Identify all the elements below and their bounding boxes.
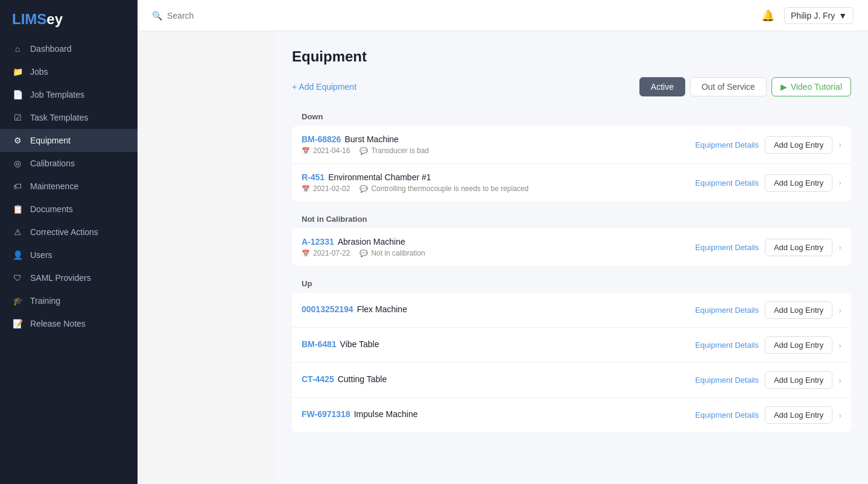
add-log-entry-button[interactable]: Add Log Entry bbox=[765, 336, 832, 354]
calendar-icon: 📅 bbox=[302, 147, 310, 155]
equipment-name-row: BM-6481 Vibe Table bbox=[302, 339, 695, 349]
chevron-right-icon: › bbox=[838, 242, 841, 252]
add-log-entry-button[interactable]: Add Log Entry bbox=[765, 406, 832, 424]
calendar-icon: 📅 bbox=[302, 250, 310, 257]
comment-icon: 💬 bbox=[360, 147, 368, 155]
equipment-id[interactable]: 00013252194 bbox=[302, 304, 353, 314]
add-log-entry-button[interactable]: Add Log Entry bbox=[765, 136, 832, 154]
app-logo: LIMSey bbox=[0, 0, 138, 37]
logo-lims: LIMS bbox=[12, 11, 46, 27]
equipment-id[interactable]: CT-4425 bbox=[302, 374, 334, 384]
add-log-entry-button[interactable]: Add Log Entry bbox=[765, 371, 832, 389]
equipment-info: R-451 Environmental Chamber #1 📅 2021-02… bbox=[302, 172, 695, 193]
equipment-id[interactable]: R-451 bbox=[302, 172, 325, 182]
equipment-note: 💬 Not in calibration bbox=[360, 249, 425, 257]
table-row: BM-68826 Burst Machine 📅 2021-04-16 💬 Tr… bbox=[292, 126, 851, 164]
sidebar-item-users[interactable]: 👤 Users bbox=[0, 244, 138, 266]
table-row: A-12331 Abrasion Machine 📅 2021-07-22 💬 … bbox=[292, 228, 851, 266]
main-content: Equipment + Add Equipment ActiveOut of S… bbox=[275, 31, 868, 484]
tab-active[interactable]: Active bbox=[639, 77, 685, 96]
sidebar-item-label: SAML Providers bbox=[30, 273, 91, 283]
sidebar-item-maintenance[interactable]: 🏷 Maintenence bbox=[0, 175, 138, 198]
release-notes-icon: 📝 bbox=[12, 318, 23, 329]
add-log-entry-button[interactable]: Add Log Entry bbox=[765, 301, 832, 319]
jobs-icon: 📁 bbox=[12, 66, 23, 77]
section-label-up: Up bbox=[292, 273, 851, 293]
sections-container: Down BM-68826 Burst Machine 📅 2021-04-16… bbox=[292, 106, 851, 432]
equipment-actions: Equipment Details Add Log Entry › bbox=[695, 371, 841, 389]
sidebar-item-calibrations[interactable]: ◎ Calibrations bbox=[0, 152, 138, 175]
bell-icon[interactable]: 🔔 bbox=[761, 9, 775, 22]
sidebar-item-jobs[interactable]: 📁 Jobs bbox=[0, 60, 138, 83]
equipment-details-link[interactable]: Equipment Details bbox=[695, 341, 759, 350]
sidebar-item-task-templates[interactable]: ☑ Task Templates bbox=[0, 106, 138, 129]
equipment-details-link[interactable]: Equipment Details bbox=[695, 410, 759, 420]
tab-out-of-service[interactable]: Out of Service bbox=[690, 77, 767, 96]
equipment-details-link[interactable]: Equipment Details bbox=[695, 140, 759, 149]
equipment-date: 📅 2021-02-02 bbox=[302, 184, 350, 193]
page-title: Equipment bbox=[292, 48, 851, 65]
equipment-details-link[interactable]: Equipment Details bbox=[695, 243, 759, 252]
equipment-id[interactable]: A-12331 bbox=[302, 237, 334, 247]
chevron-right-icon: › bbox=[838, 178, 841, 187]
sidebar-item-documents[interactable]: 📋 Documents bbox=[0, 198, 138, 221]
equipment-details-link[interactable]: Equipment Details bbox=[695, 178, 759, 187]
equipment-name-row: 00013252194 Flex Machine bbox=[302, 304, 695, 314]
topbar-right: 🔔 Philip J. Fry ▼ bbox=[761, 7, 854, 24]
search-input[interactable] bbox=[167, 11, 288, 20]
add-equipment-button[interactable]: + Add Equipment bbox=[292, 82, 356, 92]
equipment-id[interactable]: FW-6971318 bbox=[302, 409, 350, 419]
sidebar-item-job-templates[interactable]: 📄 Job Templates bbox=[0, 83, 138, 106]
equipment-meta: 📅 2021-07-22 💬 Not in calibration bbox=[302, 249, 695, 257]
equipment-name: Cutting Table bbox=[338, 374, 387, 384]
sidebar-item-label: Calibrations bbox=[30, 159, 75, 168]
sidebar-item-equipment[interactable]: ⚙ Equipment bbox=[0, 129, 138, 152]
equipment-info: 00013252194 Flex Machine bbox=[302, 304, 695, 316]
tab-group: ActiveOut of Service ▶ Video Tutorial bbox=[639, 77, 851, 96]
saml-providers-icon: 🛡 bbox=[12, 272, 23, 283]
section-down: Down BM-68826 Burst Machine 📅 2021-04-16… bbox=[292, 106, 851, 201]
equipment-details-link[interactable]: Equipment Details bbox=[695, 376, 759, 385]
equipment-date: 📅 2021-04-16 bbox=[302, 146, 350, 155]
chevron-right-icon: › bbox=[838, 140, 841, 149]
equipment-id[interactable]: BM-68826 bbox=[302, 134, 341, 144]
sidebar-item-label: Corrective Actions bbox=[30, 227, 98, 237]
training-icon: 🎓 bbox=[12, 295, 23, 306]
equipment-name-row: R-451 Environmental Chamber #1 bbox=[302, 172, 695, 182]
equipment-card-not-in-calibration: A-12331 Abrasion Machine 📅 2021-07-22 💬 … bbox=[292, 228, 851, 266]
equipment-details-link[interactable]: Equipment Details bbox=[695, 306, 759, 315]
equipment-id[interactable]: BM-6481 bbox=[302, 339, 337, 349]
equipment-name-row: A-12331 Abrasion Machine bbox=[302, 237, 695, 247]
users-icon: 👤 bbox=[12, 250, 23, 260]
equipment-actions: Equipment Details Add Log Entry › bbox=[695, 136, 841, 154]
equipment-name: Impulse Machine bbox=[354, 409, 418, 419]
sidebar-item-saml-providers[interactable]: 🛡 SAML Providers bbox=[0, 266, 138, 289]
sidebar-item-label: Users bbox=[30, 250, 52, 260]
section-not-in-calibration: Not in Calibration A-12331 Abrasion Mach… bbox=[292, 209, 851, 266]
user-menu[interactable]: Philip J. Fry ▼ bbox=[784, 7, 854, 24]
add-log-entry-button[interactable]: Add Log Entry bbox=[765, 239, 832, 256]
sidebar-item-label: Dashboard bbox=[30, 44, 72, 54]
documents-icon: 📋 bbox=[12, 204, 23, 215]
table-row: 00013252194 Flex Machine Equipment Detai… bbox=[292, 293, 851, 328]
sidebar-item-release-notes[interactable]: 📝 Release Notes bbox=[0, 312, 138, 335]
search-wrapper: 🔍 bbox=[152, 11, 754, 20]
sidebar-item-corrective-actions[interactable]: ⚠ Corrective Actions bbox=[0, 221, 138, 244]
section-up: Up 00013252194 Flex Machine Equipment De… bbox=[292, 273, 851, 432]
table-row: R-451 Environmental Chamber #1 📅 2021-02… bbox=[292, 164, 851, 201]
dashboard-icon: ⌂ bbox=[12, 43, 23, 54]
sidebar-item-training[interactable]: 🎓 Training bbox=[0, 289, 138, 312]
add-log-entry-button[interactable]: Add Log Entry bbox=[765, 174, 832, 192]
sidebar-item-label: Maintenence bbox=[30, 181, 78, 191]
sidebar-item-label: Job Templates bbox=[30, 90, 84, 99]
equipment-actions: Equipment Details Add Log Entry › bbox=[695, 406, 841, 424]
sidebar-item-dashboard[interactable]: ⌂ Dashboard bbox=[0, 37, 138, 60]
user-name: Philip J. Fry bbox=[791, 11, 835, 20]
equipment-actions: Equipment Details Add Log Entry › bbox=[695, 336, 841, 354]
chevron-right-icon: › bbox=[838, 410, 841, 420]
video-tutorial-button[interactable]: ▶ Video Tutorial bbox=[771, 77, 851, 96]
equipment-name: Abrasion Machine bbox=[338, 237, 405, 247]
equipment-name-row: FW-6971318 Impulse Machine bbox=[302, 409, 695, 419]
logo-ey: ey bbox=[46, 11, 63, 27]
equipment-info: A-12331 Abrasion Machine 📅 2021-07-22 💬 … bbox=[302, 237, 695, 257]
